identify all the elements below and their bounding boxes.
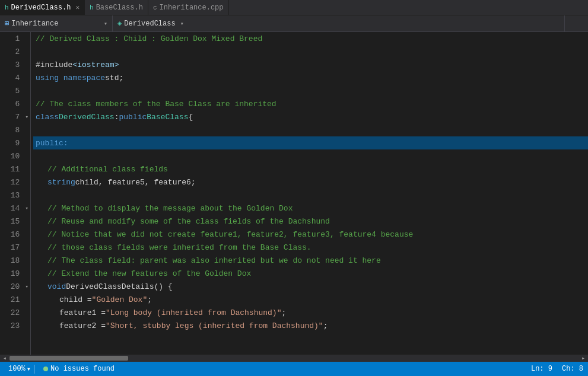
scrollbar-thumb[interactable] xyxy=(9,356,128,361)
fold-indicator xyxy=(23,306,30,319)
gutter-row: 5 xyxy=(0,84,30,97)
code-line[interactable]: // Method to display the message about t… xyxy=(33,202,588,215)
code-line[interactable]: // Additional class fields xyxy=(33,162,588,176)
file-icon-h: h xyxy=(5,4,9,11)
gutter-row: 19 xyxy=(0,267,30,280)
code-line[interactable]: feature2 = "Short, stubby legs (inherite… xyxy=(33,319,588,332)
code-content[interactable]: // Derived Class : Child : Golden Dox Mi… xyxy=(31,32,588,355)
line-number: 19 xyxy=(0,267,23,280)
line-number: 17 xyxy=(0,241,23,254)
class-label: DerivedClass xyxy=(124,20,175,28)
line-number: 12 xyxy=(0,176,23,189)
scope-selector[interactable]: ⊞ Inheritance ▾ xyxy=(0,15,113,31)
code-line[interactable]: // The class field: parent was also inhe… xyxy=(33,254,588,267)
gutter-row: 8 xyxy=(0,123,30,136)
fold-indicator xyxy=(23,162,30,176)
line-number: 7 xyxy=(0,110,23,123)
code-line[interactable] xyxy=(33,84,588,97)
gutter-row: 3 xyxy=(0,58,30,71)
gutter-row: 18 xyxy=(0,254,30,267)
class-dropdown-arrow: ▾ xyxy=(180,20,184,27)
gutter-row: 9 xyxy=(0,136,30,149)
line-number: 3 xyxy=(0,58,23,71)
close-icon-derived[interactable]: ✕ xyxy=(75,4,80,11)
line-number: 1 xyxy=(0,32,23,45)
issues-dot-icon xyxy=(43,367,48,371)
code-line[interactable]: #include <iostream> xyxy=(33,58,588,71)
line-number: 5 xyxy=(0,84,23,97)
code-line[interactable]: // Notice that we did not create feature… xyxy=(33,228,588,241)
code-line[interactable]: class DerivedClass : public BaseClass { xyxy=(33,110,588,123)
gutter-row: 12 xyxy=(0,176,30,189)
fold-indicator[interactable]: ▾ xyxy=(23,280,30,293)
line-number: 10 xyxy=(0,149,23,162)
gutter-row: 14▾ xyxy=(0,202,30,215)
h-scrollbar[interactable]: ◂ ▸ xyxy=(0,355,588,362)
line-number: 6 xyxy=(0,97,23,110)
tab-base[interactable]: h BaseClass.h xyxy=(85,0,148,15)
scroll-right-arrow[interactable]: ▸ xyxy=(579,355,588,362)
fold-indicator xyxy=(23,228,30,241)
code-line[interactable]: child = "Golden Dox"; xyxy=(33,293,588,306)
issues-indicator[interactable]: No issues found xyxy=(40,365,118,373)
gutter-row: 20▾ xyxy=(0,280,30,293)
fold-indicator xyxy=(23,293,30,306)
fold-indicator xyxy=(23,319,30,332)
cursor-col: Ch: 8 xyxy=(562,365,583,373)
fold-indicator xyxy=(23,136,30,149)
fold-indicator[interactable]: ▾ xyxy=(23,202,30,215)
code-line[interactable]: // Extend the new features of the Golden… xyxy=(33,267,588,280)
line-number: 8 xyxy=(0,123,23,136)
code-line[interactable]: // The class members of the Base Class a… xyxy=(33,97,588,110)
status-right: Ln: 9 Ch: 8 xyxy=(531,365,583,373)
code-line[interactable] xyxy=(33,123,588,136)
class-selector[interactable]: ◈ DerivedClass ▾ xyxy=(113,15,564,31)
scope-dropdown-arrow: ▾ xyxy=(104,20,107,27)
status-left: 100% ▾ No issues found xyxy=(5,365,118,374)
gutter-row: 7▾ xyxy=(0,110,30,123)
code-line[interactable]: using namespace std; xyxy=(33,71,588,84)
toolbar-bar: ⊞ Inheritance ▾ ◈ DerivedClass ▾ xyxy=(0,15,588,32)
code-line[interactable] xyxy=(33,45,588,58)
zoom-control[interactable]: 100% ▾ xyxy=(5,365,35,374)
line-number: 15 xyxy=(0,215,23,228)
code-line[interactable]: public: xyxy=(33,136,588,149)
tab-inheritance[interactable]: c Inheritance.cpp xyxy=(148,0,229,15)
tab-label-inheritance: Inheritance.cpp xyxy=(160,4,224,12)
scroll-left-arrow[interactable]: ◂ xyxy=(0,355,9,362)
gutter-row: 15 xyxy=(0,215,30,228)
cursor-line: Ln: 9 xyxy=(531,365,552,373)
code-line[interactable]: feature1 = "Long body (inherited from Da… xyxy=(33,306,588,319)
code-line[interactable]: // Reuse and modify some of the class fi… xyxy=(33,215,588,228)
fold-indicator xyxy=(23,71,30,84)
gutter-row: 13 xyxy=(0,189,30,202)
gutter-row: 6 xyxy=(0,97,30,110)
code-line[interactable] xyxy=(33,149,588,162)
line-number: 22 xyxy=(0,306,23,319)
line-number: 16 xyxy=(0,228,23,241)
fold-indicator xyxy=(23,97,30,110)
tab-bar: h DerivedClass.h ✕ h BaseClass.h c Inher… xyxy=(0,0,588,15)
gutter-row: 2 xyxy=(0,45,30,58)
fold-indicator xyxy=(23,254,30,267)
file-icon-cpp: c xyxy=(153,4,157,11)
code-line[interactable]: void DerivedClassDetails() { xyxy=(33,280,588,293)
line-number: 2 xyxy=(0,45,23,58)
zoom-arrow-icon: ▾ xyxy=(27,365,31,374)
editor-area: 1234567▾891011121314▾151617181920▾212223… xyxy=(0,32,588,355)
line-number: 11 xyxy=(0,162,23,176)
scrollbar-track[interactable] xyxy=(9,355,579,362)
line-number: 4 xyxy=(0,71,23,84)
fold-indicator[interactable]: ▾ xyxy=(23,110,30,123)
fold-indicator xyxy=(23,123,30,136)
code-line[interactable] xyxy=(33,189,588,202)
line-number: 23 xyxy=(0,319,23,332)
gutter-row: 11 xyxy=(0,162,30,176)
tab-derived[interactable]: h DerivedClass.h ✕ xyxy=(0,0,85,15)
gutter-row: 4 xyxy=(0,71,30,84)
fold-indicator xyxy=(23,189,30,202)
code-line[interactable]: string child, feature5, feature6; xyxy=(33,176,588,189)
fold-indicator xyxy=(23,84,30,97)
code-line[interactable]: // Derived Class : Child : Golden Dox Mi… xyxy=(33,32,588,45)
code-line[interactable]: // those class fields were inherited fro… xyxy=(33,241,588,254)
